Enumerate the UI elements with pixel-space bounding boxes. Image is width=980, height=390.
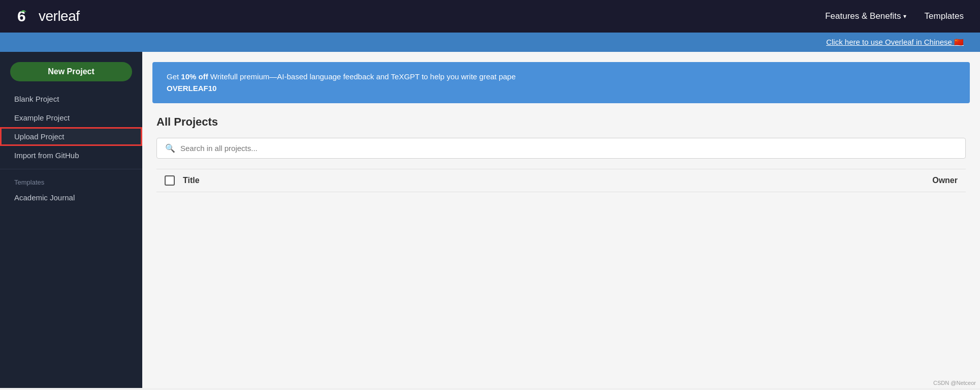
features-benefits-link[interactable]: Features & Benefits ▾ (825, 11, 906, 21)
logo-text: verleaf (39, 8, 80, 24)
projects-title: All Projects (156, 115, 966, 129)
promo-code: OVERLEAF10 (167, 84, 216, 93)
templates-nav-label: Templates (925, 11, 964, 21)
logo[interactable]: 6 verleaf (16, 7, 80, 25)
sidebar-item-example-project[interactable]: Example Project (0, 108, 142, 127)
sidebar-item-import-github[interactable]: Import from GitHub (0, 146, 142, 165)
promo-bold-text: 10% off (181, 72, 208, 81)
table-col-title: Title (183, 176, 897, 185)
svg-text:6: 6 (17, 8, 26, 24)
nav-links: Features & Benefits ▾ Templates (825, 11, 964, 21)
table-col-owner: Owner (897, 176, 958, 185)
watermark: CSDN @Netceor (933, 380, 976, 386)
chinese-banner-link[interactable]: Click here to use Overleaf in Chinese 🇨🇳 (826, 38, 964, 46)
select-all-checkbox[interactable] (165, 175, 175, 186)
top-navigation: 6 verleaf Features & Benefits ▾ Template… (0, 0, 980, 33)
chevron-down-icon: ▾ (903, 13, 906, 20)
sidebar-item-blank-project[interactable]: Blank Project (0, 89, 142, 108)
sidebar-item-upload-project[interactable]: Upload Project (0, 127, 142, 146)
sidebar-divider (0, 169, 142, 169)
promo-banner: Get 10% off Writefull premium—AI-based l… (152, 62, 970, 103)
search-bar: 🔍 (156, 138, 966, 159)
content-area: Get 10% off Writefull premium—AI-based l… (142, 52, 980, 388)
chinese-banner: Click here to use Overleaf in Chinese 🇨🇳 (0, 33, 980, 52)
templates-section-label: Templates (0, 173, 142, 188)
promo-text-suffix: Writefull premium—AI-based language feed… (208, 72, 516, 81)
search-input[interactable] (180, 144, 957, 153)
projects-section: All Projects 🔍 Title Owner (142, 103, 980, 204)
templates-nav-link[interactable]: Templates (925, 11, 964, 21)
sidebar-menu: Blank Project Example Project Upload Pro… (0, 89, 142, 165)
main-layout: New Project Blank Project Example Projec… (0, 52, 980, 388)
promo-text-prefix: Get (167, 72, 181, 81)
new-project-button[interactable]: New Project (10, 62, 132, 81)
sidebar: New Project Blank Project Example Projec… (0, 52, 142, 388)
table-header: Title Owner (156, 169, 966, 192)
features-benefits-label: Features & Benefits (825, 11, 901, 21)
search-icon: 🔍 (165, 143, 175, 153)
sidebar-item-academic-journal[interactable]: Academic Journal (0, 188, 142, 207)
logo-icon: 6 (16, 7, 35, 25)
sidebar-templates-menu: Academic Journal (0, 188, 142, 207)
